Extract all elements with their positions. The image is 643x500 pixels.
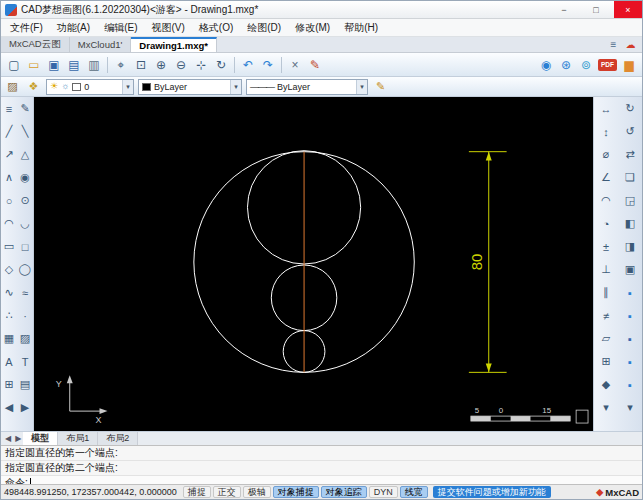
toggle-lineweight[interactable]: 线宽: [400, 486, 428, 498]
copy-icon[interactable]: ❏: [618, 166, 642, 189]
arc-3point-icon[interactable]: ◡: [17, 212, 33, 235]
rectangle-icon[interactable]: ▭: [1, 235, 17, 258]
canvas-svg[interactable]: 80 Y X 5 0 15: [34, 97, 593, 431]
color-dropdown[interactable]: ByLayer ▾: [138, 79, 242, 95]
expand-right-icon[interactable]: ▶: [17, 396, 33, 419]
ellipse-icon[interactable]: ◯: [17, 258, 33, 281]
linetype-dropdown[interactable]: ——— ByLayer ▾: [246, 79, 368, 95]
divide-icon[interactable]: ·: [17, 304, 33, 327]
offset-icon[interactable]: ◲: [618, 189, 642, 212]
layout-tab-model[interactable]: 模型: [23, 432, 58, 445]
menu-draw[interactable]: 绘图(D): [240, 19, 288, 36]
blue-block-icon-1[interactable]: ▪: [618, 281, 642, 304]
panel-menu-icon[interactable]: ≡: [1, 97, 17, 120]
extend-icon[interactable]: ◨: [618, 235, 642, 258]
menu-edit[interactable]: 编辑(E): [97, 19, 144, 36]
dim-angular-icon[interactable]: ∠: [594, 166, 618, 189]
zoom-in-icon[interactable]: ⊕: [151, 55, 171, 75]
drawing-canvas[interactable]: 80 Y X 5 0 15: [34, 97, 593, 431]
diameter-dimension[interactable]: 80: [469, 152, 507, 373]
pan-icon[interactable]: ⊹: [191, 55, 211, 75]
rotate-ccw-icon[interactable]: ↺: [618, 120, 642, 143]
dim-vertical-icon[interactable]: ↕: [594, 120, 618, 143]
layout-next-icon[interactable]: ▶: [13, 434, 23, 443]
polygon-icon[interactable]: ◇: [1, 258, 17, 281]
layout-prev-icon[interactable]: ◀: [3, 434, 13, 443]
menu-help[interactable]: 帮助(H): [337, 19, 385, 36]
triangle-icon[interactable]: △: [17, 143, 33, 166]
trim-icon[interactable]: ◧: [618, 212, 642, 235]
circle-icon[interactable]: ○: [1, 189, 17, 212]
perpendicular-icon[interactable]: ⊥: [594, 258, 618, 281]
blue-block-icon-4[interactable]: ▪: [618, 350, 642, 373]
menu-file[interactable]: 文件(F): [3, 19, 50, 36]
edit-pencil-icon[interactable]: ✎: [372, 78, 389, 95]
minimize-button[interactable]: −: [550, 1, 578, 18]
rotate-cw-icon[interactable]: ↻: [618, 97, 642, 120]
feedback-link[interactable]: 提交软件问题或增加新功能: [433, 486, 551, 498]
layout-tab-layout1[interactable]: 布局1: [58, 432, 98, 445]
menu-modify[interactable]: 修改(M): [288, 19, 337, 36]
dim-diameter-icon[interactable]: ⌀: [594, 143, 618, 166]
menu-function[interactable]: 功能(A): [50, 19, 97, 36]
regen-icon[interactable]: ↻: [211, 55, 231, 75]
spline-icon[interactable]: ∿: [1, 281, 17, 304]
toggle-otrack[interactable]: 对象追踪: [321, 486, 367, 498]
doc-tab-mxcad-cloud[interactable]: MxCAD云图: [1, 37, 70, 52]
dim-radius-icon[interactable]: ◔: [594, 212, 618, 235]
text-icon[interactable]: A: [1, 350, 17, 373]
concentric-circle-icon[interactable]: ⊙: [17, 189, 33, 212]
draw-pencil-icon[interactable]: ✎: [305, 55, 325, 75]
cloud-sync-icon[interactable]: ◉: [536, 55, 556, 75]
ray-icon[interactable]: ↗: [1, 143, 17, 166]
point-icon[interactable]: ∴: [1, 304, 17, 327]
layer-dropdown[interactable]: ☀ ☼ 0 ▾: [46, 79, 134, 95]
print-icon[interactable]: ▥: [84, 55, 104, 75]
arc-icon[interactable]: ◠: [1, 212, 17, 235]
tab-cloud-icon[interactable]: ☁: [623, 38, 638, 52]
dim-jogged-icon[interactable]: ≠: [594, 304, 618, 327]
blue-block-icon-2[interactable]: ▪: [618, 304, 642, 327]
line-icon[interactable]: ╱: [1, 120, 17, 143]
menu-view[interactable]: 视图(V): [144, 19, 191, 36]
collapse-left-icon[interactable]: ◀: [1, 396, 17, 419]
pdf-export-icon[interactable]: PDF: [598, 59, 617, 71]
toggle-dyn[interactable]: DYN: [369, 486, 398, 498]
dim-linear-icon[interactable]: ↔: [594, 97, 618, 120]
toggle-ortho[interactable]: 正交: [213, 486, 241, 498]
more-tools-icon[interactable]: ▾: [618, 396, 642, 419]
share-icon[interactable]: ⊚: [576, 55, 596, 75]
hatch-icon[interactable]: ▦: [1, 327, 17, 350]
open-file-icon[interactable]: ▭: [24, 55, 44, 75]
undo-icon[interactable]: ↶: [238, 55, 258, 75]
sketch-icon[interactable]: ✎: [17, 97, 33, 120]
blue-block-icon-3[interactable]: ▪: [618, 327, 642, 350]
toggle-snap[interactable]: 捕捉: [183, 486, 211, 498]
toggle-osnap[interactable]: 对象捕捉: [273, 486, 319, 498]
more-dims-icon[interactable]: ▾: [594, 396, 618, 419]
close-button[interactable]: ×: [614, 1, 642, 18]
mirror-icon[interactable]: ⇄: [618, 143, 642, 166]
donut-icon[interactable]: ◉: [17, 166, 33, 189]
maximize-button[interactable]: □: [582, 1, 610, 18]
paint-format-icon[interactable]: ▨: [4, 78, 21, 95]
tab-list-icon[interactable]: ≡: [606, 38, 621, 52]
doc-tab-mxcloud1[interactable]: MxCloud1': [70, 37, 132, 52]
revision-cloud-icon[interactable]: ≈: [17, 281, 33, 304]
save-icon[interactable]: ▣: [44, 55, 64, 75]
construction-line-icon[interactable]: ╲: [17, 120, 33, 143]
table-icon[interactable]: ⊞: [1, 373, 17, 396]
dim-table-icon[interactable]: ⊞: [594, 350, 618, 373]
doc-tab-drawing1[interactable]: Drawing1.mxg*: [131, 37, 217, 52]
zoom-out-icon[interactable]: ⊖: [171, 55, 191, 75]
zoom-window-icon[interactable]: ⊡: [131, 55, 151, 75]
dim-tolerance-icon[interactable]: ±: [594, 235, 618, 258]
chart-icon[interactable]: ▆: [619, 55, 639, 75]
parallel-icon[interactable]: ∥: [594, 281, 618, 304]
layout-tab-layout2[interactable]: 布局2: [98, 432, 138, 445]
web-icon[interactable]: ⊛: [556, 55, 576, 75]
square-icon[interactable]: □: [17, 235, 33, 258]
layer-manager-icon[interactable]: ❖: [25, 78, 42, 95]
save-as-icon[interactable]: ▤: [64, 55, 84, 75]
erase-icon[interactable]: ×: [285, 55, 305, 75]
